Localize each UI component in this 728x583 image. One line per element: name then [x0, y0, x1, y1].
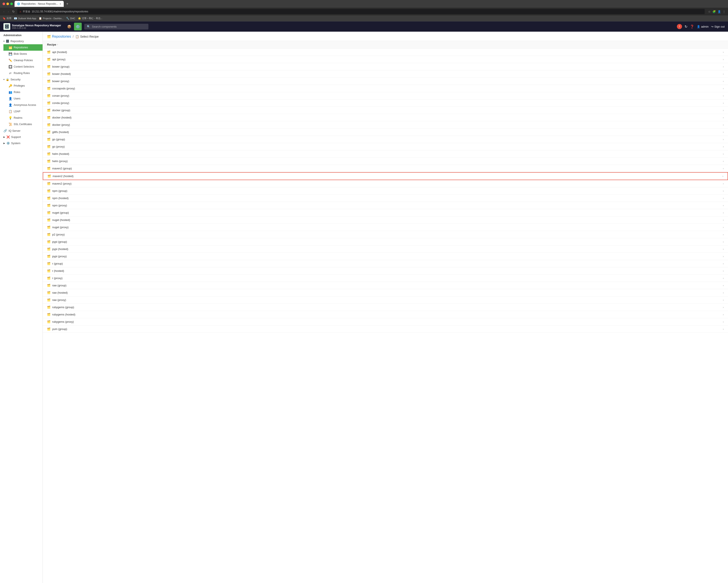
table-row[interactable]: 🗂️ raw (hosted) ›: [43, 289, 728, 296]
table-row[interactable]: 🗂️ go (proxy) ›: [43, 143, 728, 150]
table-row[interactable]: 🗂️ r (proxy) ›: [43, 274, 728, 282]
sidebar-item-realms[interactable]: 💡 Realms: [3, 115, 43, 121]
app-subtitle: OSS 3.29.2-02: [12, 27, 61, 29]
row-arrow-icon: ›: [723, 131, 724, 134]
table-row[interactable]: 🗂️ nuget (hosted) ›: [43, 216, 728, 224]
refresh-icon[interactable]: ↻: [684, 25, 687, 29]
bookmark-misc[interactable]: ⭐过客～勤む - 有志...: [78, 17, 102, 20]
table-row[interactable]: 🗂️ maven2 (hosted) ›: [43, 172, 728, 180]
minimize-dot[interactable]: [6, 3, 9, 5]
bookmark-apps[interactable]: 🔖应用: [3, 17, 11, 20]
table-row[interactable]: 🗂️ bower (hosted) ›: [43, 70, 728, 78]
table-row[interactable]: 🗂️ rubygems (hosted) ›: [43, 311, 728, 318]
close-dot[interactable]: [3, 3, 5, 5]
admin-section-title: Administration: [0, 32, 43, 38]
bookmark-projects[interactable]: 📋Projects - Dashbo...: [39, 17, 63, 20]
table-row[interactable]: 🗂️ helm (hosted) ›: [43, 150, 728, 158]
table-row[interactable]: 🗂️ yum (group) ›: [43, 325, 728, 333]
tab-close[interactable]: ✕: [59, 3, 61, 5]
table-row[interactable]: 🗂️ nuget (group) ›: [43, 209, 728, 216]
username-label: admin: [701, 25, 708, 28]
table-row[interactable]: 🗂️ r (group) ›: [43, 260, 728, 267]
row-arrow-icon: ›: [723, 87, 724, 90]
table-row[interactable]: 🗂️ bower (group) ›: [43, 63, 728, 70]
sidebar-item-blob-stores[interactable]: 💾 Blob Stores: [3, 51, 43, 57]
refresh-button[interactable]: ↻: [11, 9, 16, 14]
row-label: r (proxy): [52, 276, 723, 280]
sidebar-item-anonymous-access[interactable]: 👤 Anonymous Access: [3, 102, 43, 108]
sidebar-group-system[interactable]: ▶ ⚙️ System: [0, 140, 43, 146]
column-recipe[interactable]: Recipe ↑: [47, 43, 724, 46]
sign-out-button[interactable]: ↪ Sign out: [711, 25, 725, 28]
sidebar-item-ssl-certificates[interactable]: 📜 SSL Certificates: [3, 121, 43, 128]
row-arrow-icon: ›: [723, 313, 724, 316]
content-inner: 🗂️ Repositories / 📋 Select Recipe Recipe…: [43, 32, 728, 583]
table-row[interactable]: 🗂️ maven2 (group) ›: [43, 165, 728, 172]
error-badge[interactable]: !: [677, 24, 682, 29]
table-row[interactable]: 🗂️ docker (group) ›: [43, 107, 728, 114]
sidebar-item-content-selectors[interactable]: 🔲 Content Selectors: [3, 63, 43, 70]
row-icon: 🗂️: [47, 226, 50, 229]
account-icon[interactable]: 👤: [718, 10, 721, 13]
bookmark-star-icon[interactable]: ☆: [708, 10, 711, 13]
repository-subitems: 🗂️ Repositories 💾 Blob Stores ✏️ Cleanup…: [0, 44, 43, 76]
table-row[interactable]: 🗂️ go (group) ›: [43, 136, 728, 143]
settings-button[interactable]: ⚙️: [74, 23, 82, 30]
sidebar-group-security[interactable]: ▾ 🔒 Security: [0, 76, 43, 83]
table-row[interactable]: 🗂️ r (hosted) ›: [43, 267, 728, 274]
table-row[interactable]: 🗂️ pypi (hosted) ›: [43, 245, 728, 253]
sidebar-group-repository[interactable]: ▾ 🗄️ Repository: [0, 38, 43, 44]
app-title: Sonatype Nexus Repository Manager: [12, 24, 61, 27]
logo-icon: 🗄️: [3, 23, 10, 30]
browse-button[interactable]: 📦: [66, 23, 73, 30]
table-row[interactable]: 🗂️ rubygems (group) ›: [43, 304, 728, 311]
table-row[interactable]: 🗂️ p2 (proxy) ›: [43, 231, 728, 238]
sidebar-item-cleanup-policies[interactable]: ✏️ Cleanup Policies: [3, 57, 43, 63]
table-row[interactable]: 🗂️ docker (hosted) ›: [43, 114, 728, 121]
table-row[interactable]: 🗂️ maven2 (proxy) ›: [43, 180, 728, 187]
row-icon: 🗂️: [47, 269, 50, 272]
sidebar-item-iq-server[interactable]: 🔗 IQ Server: [0, 128, 43, 134]
table-row[interactable]: 🗂️ conda (proxy) ›: [43, 100, 728, 107]
table-row[interactable]: 🗂️ npm (hosted) ›: [43, 195, 728, 202]
table-row[interactable]: 🗂️ raw (proxy) ›: [43, 296, 728, 304]
table-row[interactable]: 🗂️ docker (proxy) ›: [43, 121, 728, 129]
row-label: r (group): [52, 262, 723, 265]
sidebar-item-ldap[interactable]: 📋 LDAP: [3, 108, 43, 115]
table-row[interactable]: 🗂️ conan (proxy) ›: [43, 92, 728, 100]
sidebar-item-roles[interactable]: 👥 Roles: [3, 89, 43, 96]
table-row[interactable]: 🗂️ cocoapods (proxy) ›: [43, 85, 728, 92]
user-menu[interactable]: 👤 admin: [697, 25, 708, 28]
sidebar-item-privileges[interactable]: 🔑 Privileges: [3, 83, 43, 89]
new-tab-button[interactable]: +: [66, 2, 68, 6]
table-row[interactable]: 🗂️ apt (hosted) ›: [43, 49, 728, 56]
table-row[interactable]: 🗂️ bower (proxy) ›: [43, 78, 728, 85]
active-tab[interactable]: 🌐 Repositories - Nexus Reposito... ✕: [15, 1, 64, 7]
row-icon: 🗂️: [47, 160, 50, 163]
table-row[interactable]: 🗂️ npm (group) ›: [43, 187, 728, 195]
table-row[interactable]: 🗂️ npm (proxy) ›: [43, 202, 728, 209]
sidebar-item-repositories[interactable]: 🗂️ Repositories: [3, 44, 43, 51]
menu-icon[interactable]: ⋮: [723, 10, 725, 13]
table-row[interactable]: 🗂️ pypi (proxy) ›: [43, 253, 728, 260]
breadcrumb-parent-link[interactable]: 🗂️ Repositories: [47, 35, 71, 38]
url-bar[interactable]: ⚠ 不安全 10.211.55.74:8081/#admin/repositor…: [17, 9, 705, 14]
table-row[interactable]: 🗂️ pypi (group) ›: [43, 238, 728, 245]
bookmark-dhc[interactable]: 🔧DHC: [66, 17, 75, 20]
maximize-dot[interactable]: [10, 3, 13, 5]
table-row[interactable]: 🗂️ nuget (proxy) ›: [43, 224, 728, 231]
sidebar-group-support[interactable]: ▶ ❌ Support: [0, 134, 43, 140]
help-icon[interactable]: ❓: [690, 25, 694, 29]
table-row[interactable]: 🗂️ raw (group) ›: [43, 282, 728, 289]
back-button[interactable]: ‹: [3, 9, 5, 14]
table-row[interactable]: 🗂️ rubygems (proxy) ›: [43, 318, 728, 325]
table-row[interactable]: 🗂️ helm (proxy) ›: [43, 158, 728, 165]
table-row[interactable]: 🗂️ apt (proxy) ›: [43, 56, 728, 63]
forward-button[interactable]: ›: [7, 9, 10, 14]
sidebar-item-users[interactable]: 👤 Users: [3, 96, 43, 102]
table-row[interactable]: 🗂️ gitlfs (hosted) ›: [43, 129, 728, 136]
bookmark-outlook[interactable]: 📧Outlook Web App: [14, 17, 36, 20]
extension-icon[interactable]: 🧩: [712, 10, 716, 13]
sidebar-item-routing-rules[interactable]: ⇄ Routing Rules: [3, 70, 43, 76]
search-input[interactable]: [92, 25, 146, 28]
